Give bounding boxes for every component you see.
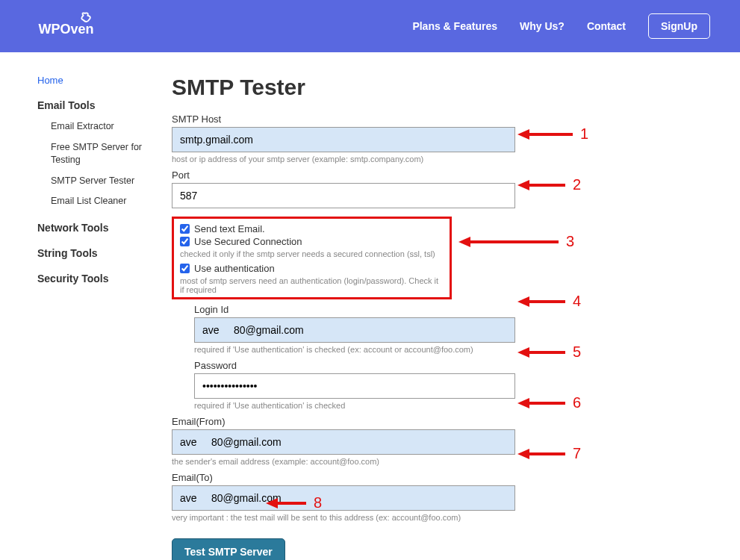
email-from-label: Email(From): [172, 416, 710, 427]
sidebar-email-cleaner[interactable]: Email List Cleaner: [51, 195, 172, 208]
sidebar-string-tools[interactable]: String Tools: [37, 247, 172, 259]
signup-button[interactable]: SignUp: [648, 13, 710, 39]
sidebar-security-tools[interactable]: Security Tools: [37, 273, 172, 284]
auth-label: Use authentication: [194, 263, 275, 274]
login-input[interactable]: [194, 317, 515, 343]
email-from-help: the sender's email address (example: acc…: [172, 457, 710, 466]
sidebar: Home Email Tools Email Extractor Free SM…: [37, 75, 172, 560]
page-title: SMTP Tester: [172, 75, 710, 100]
header-bar: WPOven Plans & Features Why Us? Contact …: [0, 0, 740, 52]
wpoven-logo-icon: WPOven: [37, 11, 105, 41]
password-label: Password: [194, 360, 710, 371]
options-highlight-box: Send text Email. Use Secured Connection …: [172, 217, 452, 299]
email-to-help: very important : the test mail will be s…: [172, 513, 710, 522]
login-label: Login Id: [194, 304, 710, 315]
sidebar-home[interactable]: Home: [37, 75, 172, 86]
smtp-host-help: host or ip address of your smtp server (…: [172, 155, 710, 164]
smtp-host-label: SMTP Host: [172, 113, 710, 125]
nav-plans[interactable]: Plans & Features: [412, 20, 497, 32]
secured-help: checked it only if the smtp server needs…: [180, 249, 444, 258]
email-to-label: Email(To): [172, 472, 710, 483]
email-from-input[interactable]: [172, 429, 515, 455]
send-text-checkbox[interactable]: [180, 224, 190, 234]
test-smtp-button[interactable]: Test SMTP Server: [172, 538, 285, 560]
password-help: required if 'Use authentication' is chec…: [194, 401, 710, 410]
secured-checkbox[interactable]: [180, 237, 190, 246]
main-content: SMTP Tester SMTP Host host or ip address…: [172, 75, 710, 560]
password-input[interactable]: [194, 373, 515, 399]
nav-why-us[interactable]: Why Us?: [520, 20, 565, 32]
smtp-host-input[interactable]: [172, 127, 515, 152]
sidebar-smtp-tester[interactable]: SMTP Server Tester: [51, 175, 172, 188]
port-label: Port: [172, 169, 710, 181]
login-help: required if 'Use authentication' is chec…: [194, 345, 710, 354]
send-text-label: Send text Email.: [194, 223, 265, 234]
port-input[interactable]: [172, 183, 515, 208]
sidebar-network-tools[interactable]: Network Tools: [37, 222, 172, 234]
email-to-input[interactable]: [172, 485, 515, 511]
sidebar-email-tools[interactable]: Email Tools: [37, 99, 172, 111]
sidebar-free-smtp[interactable]: Free SMTP Server for Testing: [51, 141, 172, 167]
annotation-3: 3: [469, 233, 574, 250]
auth-help: most of smtp servers need an authenticat…: [180, 276, 444, 294]
nav: Plans & Features Why Us? Contact SignUp: [412, 13, 710, 39]
auth-checkbox[interactable]: [180, 264, 190, 273]
secured-label: Use Secured Connection: [194, 236, 302, 247]
sidebar-email-extractor[interactable]: Email Extractor: [51, 120, 172, 134]
logo[interactable]: WPOven: [37, 11, 105, 41]
nav-contact[interactable]: Contact: [587, 20, 626, 32]
svg-text:WPOven: WPOven: [39, 22, 94, 37]
